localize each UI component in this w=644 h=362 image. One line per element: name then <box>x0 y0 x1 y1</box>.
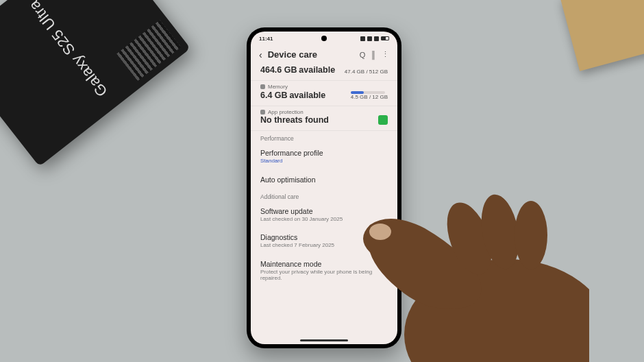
memory-available-label: available <box>289 90 325 100</box>
diagnostics-title: Diagnostics <box>260 233 388 241</box>
phone-frame: 11:41 ‹ Device care Q ║ ⋮ 464.6 GB avail… <box>247 27 401 348</box>
software-update-sub: Last checked on 30 January 2025 <box>260 216 388 223</box>
diagnostics-item[interactable]: Diagnostics Last checked 7 February 2025 <box>251 228 397 254</box>
protection-section[interactable]: App protection No threats found <box>251 106 397 131</box>
performance-profile-item[interactable]: Performance profile Standard <box>251 143 397 170</box>
memory-label: Memory <box>268 84 288 90</box>
box-model-label: Galaxy S25 Ultra <box>25 0 112 99</box>
memory-bar-fill <box>351 91 364 94</box>
volume-icon <box>374 36 379 41</box>
memory-icon <box>260 84 265 89</box>
storage-available-label: available <box>299 65 335 75</box>
more-icon[interactable]: ⋮ <box>382 50 389 59</box>
home-indicator[interactable] <box>300 339 348 341</box>
software-update-title: Software update <box>260 207 388 215</box>
maintenance-sub: Protect your privacy while your phone is… <box>260 269 388 282</box>
memory-section[interactable]: Memory 6.4 GB available 4.5 GB / 12 GB <box>251 81 397 106</box>
svg-point-1 <box>438 197 500 281</box>
performance-profile-sub: Standard <box>260 158 388 165</box>
status-icons <box>360 36 389 41</box>
storage-used: 47.4 GB <box>345 69 364 75</box>
box-barcode <box>116 20 181 81</box>
protection-status: No threats found <box>260 115 329 125</box>
auto-optimisation-item[interactable]: Auto optimisation <box>251 170 397 189</box>
maintenance-mode-item[interactable]: Maintenance mode Protect your privacy wh… <box>251 254 397 287</box>
page-header: ‹ Device care Q ║ ⋮ <box>251 45 397 62</box>
software-update-item[interactable]: Software update Last checked on 30 Janua… <box>251 202 397 228</box>
shield-ok-icon <box>378 115 388 125</box>
maintenance-title: Maintenance mode <box>260 260 388 268</box>
svg-point-2 <box>476 191 524 272</box>
storage-available-value: 464.6 GB <box>260 65 297 75</box>
memory-bar <box>351 91 385 94</box>
storage-total: / 512 GB <box>366 69 388 75</box>
diagnostics-sub: Last checked 7 February 2025 <box>260 242 388 249</box>
screen: 11:41 ‹ Device care Q ║ ⋮ 464.6 GB avail… <box>251 32 397 344</box>
svg-point-3 <box>515 201 547 269</box>
performance-profile-title: Performance profile <box>260 149 388 157</box>
protection-label: App protection <box>268 109 304 115</box>
signal-icon <box>367 36 372 41</box>
usage-icon[interactable]: ║ <box>371 51 376 59</box>
memory-total: / 12 GB <box>369 94 388 100</box>
back-button[interactable]: ‹ <box>259 50 262 60</box>
group-additional: Additional care <box>251 189 397 202</box>
memory-used: 4.5 GB <box>351 94 368 100</box>
wifi-icon <box>360 36 365 41</box>
front-camera <box>321 36 327 41</box>
svg-point-0 <box>404 259 589 362</box>
memory-available-value: 6.4 GB <box>260 90 288 100</box>
product-box-prop: Galaxy S25 Ultra <box>0 0 190 167</box>
wood-block-prop <box>560 0 644 71</box>
shield-small-icon <box>260 110 265 114</box>
group-performance: Performance <box>251 131 397 143</box>
search-icon[interactable]: Q <box>360 51 366 59</box>
battery-icon <box>381 36 389 40</box>
page-title: Device care <box>268 49 354 60</box>
auto-optimisation-title: Auto optimisation <box>260 176 388 184</box>
storage-section[interactable]: 464.6 GB available 47.4 GB / 512 GB <box>251 62 397 81</box>
status-time: 11:41 <box>259 36 273 42</box>
